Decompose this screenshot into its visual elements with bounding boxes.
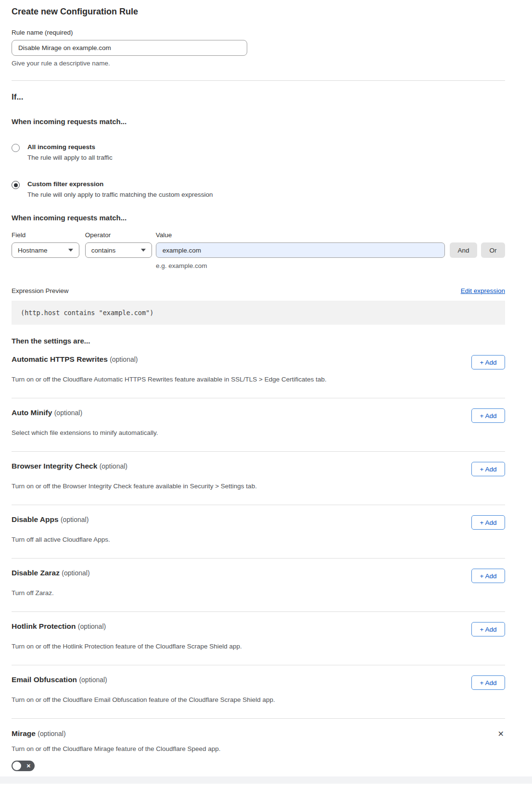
chevron-down-icon	[68, 249, 73, 252]
expression-preview-label: Expression Preview	[12, 287, 69, 294]
operator-select-value: contains	[91, 247, 115, 254]
add-button[interactable]: + Add	[471, 622, 505, 636]
add-button[interactable]: + Add	[471, 515, 505, 530]
setting-name: Disable Zaraz	[12, 569, 60, 577]
setting-name: Email Obfuscation	[12, 675, 77, 684]
radio-description: The rule will only apply to traffic matc…	[27, 191, 213, 198]
optional-tag: (optional)	[110, 356, 138, 363]
setting-mirage: Mirage (optional) ✕ Turn on or off the C…	[12, 719, 505, 771]
value-help: e.g. example.com	[156, 262, 505, 269]
setting-description: Turn on or off the Hotlink Protection fe…	[12, 643, 444, 650]
section-divider	[12, 80, 505, 81]
operator-label: Operator	[85, 231, 152, 239]
setting-email-obfuscation: Email Obfuscation (optional) + Add Turn …	[12, 665, 505, 719]
settings-heading: Then the settings are...	[12, 337, 505, 345]
match-heading: When incoming requests match...	[12, 117, 505, 126]
setting-description: Select which file extensions to minify a…	[12, 429, 444, 436]
toggle-knob	[13, 762, 21, 770]
setting-name: Automatic HTTPS Rewrites	[12, 355, 108, 363]
add-button[interactable]: + Add	[471, 675, 505, 690]
edit-expression-link[interactable]: Edit expression	[461, 287, 505, 294]
page-title: Create new Configuration Rule	[12, 7, 505, 17]
setting-description: Turn on or off the Browser Integrity Che…	[12, 483, 444, 490]
chevron-down-icon	[141, 249, 146, 252]
radio-label: All incoming requests	[27, 143, 113, 151]
setting-disable-zaraz: Disable Zaraz (optional) + Add Turn off …	[12, 559, 505, 612]
optional-tag: (optional)	[62, 569, 89, 577]
expression-builder-row: Field Hostname Operator contains Value A…	[12, 231, 505, 258]
setting-description: Turn off all active Cloudflare Apps.	[12, 536, 444, 543]
radio-all-incoming-requests[interactable]: All incoming requests The rule will appl…	[12, 143, 505, 161]
radio-label: Custom filter expression	[27, 180, 213, 188]
field-select-value: Hostname	[18, 247, 48, 254]
radio-description: The rule will apply to all traffic	[27, 154, 113, 161]
setting-description: Turn on or off the Cloudflare Email Obfu…	[12, 696, 444, 703]
setting-auto-minify: Auto Minify (optional) + Add Select whic…	[12, 398, 505, 452]
setting-description: Turn on or off the Cloudflare Mirage fea…	[12, 745, 444, 752]
or-button[interactable]: Or	[481, 242, 505, 258]
optional-tag: (optional)	[54, 409, 82, 417]
value-label: Value	[156, 231, 445, 239]
field-select[interactable]: Hostname	[12, 242, 79, 258]
mirage-toggle[interactable]: ✕	[12, 761, 35, 771]
radio-custom-filter-expression[interactable]: Custom filter expression The rule will o…	[12, 180, 505, 198]
add-button[interactable]: + Add	[471, 462, 505, 476]
setting-browser-integrity-check: Browser Integrity Check (optional) + Add…	[12, 452, 505, 505]
setting-hotlink-protection: Hotlink Protection (optional) + Add Turn…	[12, 612, 505, 665]
radio-icon	[12, 181, 20, 189]
setting-automatic-https-rewrites: Automatic HTTPS Rewrites (optional) + Ad…	[12, 345, 505, 398]
value-input[interactable]	[156, 242, 445, 258]
close-icon[interactable]: ✕	[497, 729, 505, 739]
add-button[interactable]: + Add	[471, 569, 505, 583]
setting-name: Mirage	[12, 729, 36, 737]
create-configuration-rule-page: Create new Configuration Rule Rule name …	[12, 0, 505, 771]
setting-description: Turn on or off the Cloudflare Automatic …	[12, 376, 444, 383]
toggle-off-x-icon: ✕	[26, 763, 31, 769]
add-button[interactable]: + Add	[471, 355, 505, 369]
optional-tag: (optional)	[38, 730, 65, 737]
setting-name: Browser Integrity Check	[12, 462, 97, 470]
rule-name-help: Give your rule a descriptive name.	[12, 60, 505, 67]
and-button[interactable]: And	[450, 242, 477, 258]
add-button[interactable]: + Add	[471, 408, 505, 423]
setting-disable-apps: Disable Apps (optional) + Add Turn off a…	[12, 505, 505, 559]
optional-tag: (optional)	[78, 623, 106, 630]
optional-tag: (optional)	[61, 516, 89, 523]
if-heading: If...	[12, 92, 505, 102]
field-label: Field	[12, 231, 79, 239]
setting-name: Auto Minify	[12, 408, 52, 417]
rule-name-input[interactable]	[12, 40, 247, 56]
expression-preview-code: (http.host contains "example.com")	[12, 301, 505, 325]
expression-preview-row: Expression Preview Edit expression	[12, 287, 505, 294]
radio-icon	[12, 144, 20, 152]
bottom-strip	[0, 776, 532, 784]
optional-tag: (optional)	[100, 462, 127, 470]
operator-select[interactable]: contains	[85, 242, 152, 258]
expression-builder-heading: When incoming requests match...	[12, 214, 505, 222]
setting-name: Hotlink Protection	[12, 622, 76, 630]
setting-description: Turn off Zaraz.	[12, 589, 444, 597]
setting-name: Disable Apps	[12, 515, 59, 523]
optional-tag: (optional)	[79, 676, 107, 684]
rule-name-label: Rule name (required)	[12, 29, 505, 36]
